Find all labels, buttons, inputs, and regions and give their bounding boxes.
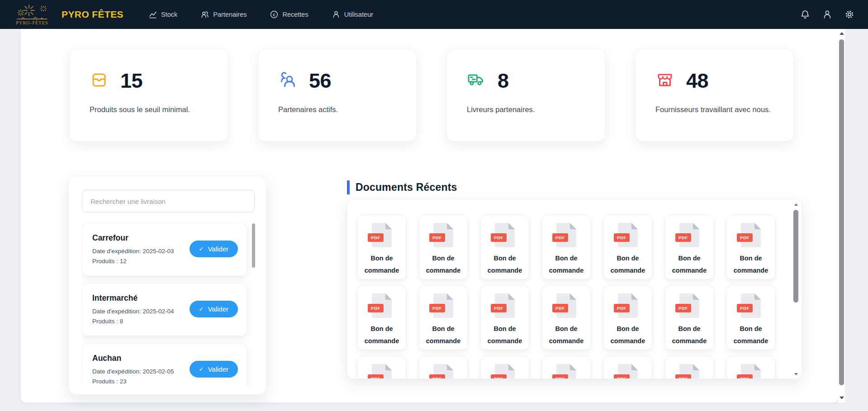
nav-item-partenaires[interactable]: Partenaires [201,10,247,19]
stat-value: 8 [498,69,509,93]
validate-label: Valider [208,305,228,313]
pdf-badge: PDF [675,304,691,312]
document-card[interactable]: PDF Bon de commande [726,215,775,279]
folded-corner [508,223,515,229]
document-card[interactable]: PDF Bon de commande [542,285,591,350]
scroll-up-icon[interactable] [840,32,844,35]
nav-item-stock[interactable]: Stock [149,10,177,19]
main-nav: Stock Partenaires € Recet [149,10,373,19]
document-card[interactable]: PDF Bon de commande [542,215,591,279]
pdf-file-icon: PDF [433,364,453,379]
delivery-products-count: Produits : 8 [92,318,247,325]
document-card[interactable]: PDF Bon de commande [357,215,406,279]
documents-scrollbar-thumb[interactable] [793,210,798,302]
profile-icon[interactable] [822,9,832,19]
document-card[interactable]: PDF Bon de commande [726,285,775,350]
pdf-file-icon: PDF [556,293,576,318]
check-icon: ✓ [199,366,204,373]
document-card[interactable]: PDF Bon de commande [480,215,529,279]
document-card[interactable]: PDF Bon de commande [665,215,714,279]
check-icon: ✓ [199,306,204,312]
folded-corner [754,223,761,229]
pdf-badge: PDF [491,374,507,379]
folded-corner [508,293,515,300]
pdf-file-icon: PDF [679,223,699,247]
pdf-file-icon: PDF [372,223,392,247]
nav-item-utilisateur[interactable]: Utilisateur [332,10,373,19]
scroll-up-icon[interactable] [794,203,798,206]
validate-button[interactable]: ✓ Valider [190,301,238,317]
stat-card-fournisseurs: 48 Fournisseurs travaillant avec nous. [635,49,794,142]
nav-item-recettes[interactable]: € Recettes [270,10,308,19]
pdf-file-icon: PDF [741,364,761,379]
pdf-file-icon: PDF [495,364,515,379]
page-scrollbar[interactable] [838,29,845,402]
user-icon [332,10,340,19]
pdf-file-icon: PDF [741,223,761,247]
pdf-badge: PDF [675,233,691,242]
validate-button[interactable]: ✓ Valider [190,241,238,257]
scroll-down-icon[interactable] [794,373,798,375]
documents-panel: PDF Bon de commande PDF Bon de commande [347,199,802,379]
stat-value: 48 [686,69,708,93]
store-icon [655,71,674,91]
nav-label: Recettes [282,11,308,18]
delivery-products-count: Produits : 23 [92,378,247,385]
folded-corner [754,293,761,300]
document-card[interactable]: PDF Bon de commande [603,215,652,279]
documents-scrollbar[interactable] [793,203,799,376]
document-title: Bon de commande [362,323,402,347]
document-card[interactable]: PDF Bon de commande [726,356,775,379]
document-card[interactable]: PDF Bon de commande [480,285,529,350]
document-card[interactable]: PDF Bon de commande [357,356,406,379]
document-card[interactable]: PDF Bon de commande [419,285,468,350]
pdf-file-icon: PDF [741,293,761,318]
pdf-file-icon: PDF [433,223,453,247]
document-card[interactable]: PDF Bon de commande [419,215,468,279]
dashboard-page: PYRO-FÊTES PYRO FÊTES Stock P [0,0,868,411]
document-card[interactable]: PDF Bon de commande [603,285,652,350]
settings-gear-icon[interactable] [844,9,854,19]
document-title: Bon de commande [546,323,586,347]
pdf-badge: PDF [429,374,445,379]
validate-button[interactable]: ✓ Valider [190,361,238,378]
delivery-card: Carrefour Date d'expédition: 2025-02-03 … [82,223,247,276]
folded-corner [447,364,453,370]
validate-label: Valider [208,245,228,253]
document-card[interactable]: PDF Bon de commande [480,356,529,379]
delivery-products-count: Produits : 12 [92,258,247,265]
delivery-list-scrollbar[interactable] [252,223,255,268]
document-card[interactable]: PDF Bon de commande [357,285,406,350]
pdf-file-icon: PDF [556,364,576,379]
notifications-bell-icon[interactable] [800,9,810,19]
pdf-badge: PDF [429,233,445,242]
partners-icon [201,10,209,19]
stats-row: 15 Produits sous le seuil minimal. 56 [69,49,794,142]
document-card[interactable]: PDF Bon de commande [542,356,591,379]
document-title: Bon de commande [608,252,648,277]
document-card[interactable]: PDF Bon de commande [665,356,714,379]
document-card[interactable]: PDF Bon de commande [419,356,468,379]
users-icon [278,71,297,91]
page-scrollbar-thumb[interactable] [839,39,844,385]
pdf-file-icon: PDF [618,293,638,318]
folded-corner [508,364,515,370]
navbar-actions [800,9,854,19]
pdf-file-icon: PDF [372,364,392,379]
document-card[interactable]: PDF Bon de commande [603,356,652,379]
pdf-badge: PDF [552,304,568,312]
pdf-badge: PDF [614,374,630,379]
scroll-down-icon[interactable] [840,397,844,399]
folded-corner [570,223,576,229]
folded-corner [631,223,638,229]
accent-bar [347,180,350,194]
pdf-badge: PDF [491,233,507,242]
pdf-badge: PDF [614,304,630,312]
folded-corner [447,293,453,300]
stat-card-produits-seuil: 15 Produits sous le seuil minimal. [69,49,228,142]
document-card[interactable]: PDF Bon de commande [665,285,714,350]
search-input[interactable] [82,190,255,213]
brand-logo[interactable]: PYRO-FÊTES [15,4,49,25]
pdf-badge: PDF [552,374,568,379]
document-title: Bon de commande [608,323,648,347]
